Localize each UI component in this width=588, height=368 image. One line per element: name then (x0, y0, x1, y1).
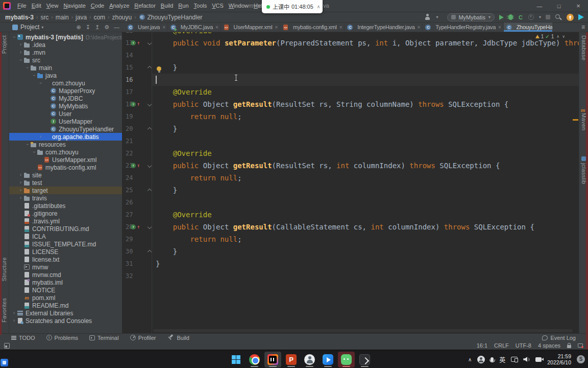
run-play-icon[interactable] (499, 15, 504, 20)
status-utf-8[interactable]: UTF-8 (516, 342, 531, 349)
code-line-30[interactable]: 30 } (122, 245, 579, 258)
status-4-spaces[interactable]: 4 spaces (538, 342, 560, 349)
taskbar-app-player[interactable] (320, 352, 336, 367)
tree-collapsed-arrow-icon[interactable]: › (18, 187, 23, 194)
prev-issue-icon[interactable]: ∧ (556, 34, 559, 39)
tab-usermapper-xml[interactable]: UserMapper.xml× (221, 22, 280, 32)
close-tab-icon[interactable]: × (215, 25, 218, 30)
learn-plugin-icon[interactable] (578, 14, 584, 20)
stop-icon[interactable] (546, 15, 550, 19)
menu-vcs[interactable]: VCS (209, 0, 226, 12)
tree-collapsed-arrow-icon[interactable]: › (18, 171, 23, 179)
taskbar-app-chrome[interactable] (246, 352, 263, 367)
taskbar-clock[interactable]: 21:59 2022/6/10 (547, 353, 571, 365)
menu-window[interactable]: Window (226, 0, 251, 12)
override-marker-icon[interactable] (131, 224, 136, 229)
horizontal-scrollbar[interactable] (153, 329, 573, 332)
taskbar-app-meeting[interactable] (301, 352, 318, 367)
tree-item-zhouyutypehandler[interactable]: ZhouyuTypeHandler (9, 125, 122, 133)
tree-item-mybatis-3-mybatis[interactable]: ›mybatis-3 [mybatis]D:\IdeaProjects\myba… (9, 33, 122, 41)
inspection-widget[interactable]: 1 ✓ 1 ∧ ∨ (534, 34, 567, 39)
locate-icon[interactable]: ⊕ (76, 24, 81, 31)
code-line-18[interactable]: 18 public Object getResult(ResultSet rs,… (122, 98, 579, 110)
code-line-29[interactable]: 29 return null; (122, 233, 579, 245)
breadcrumb-item-src[interactable]: src (40, 14, 48, 21)
tree-item-main[interactable]: ›main (9, 64, 122, 72)
tree-item-resources[interactable]: ›resources (9, 141, 122, 148)
ide-update-icon[interactable] (567, 14, 574, 21)
menu-view[interactable]: View (44, 0, 61, 12)
tool-stripe-favorites[interactable]: Favorites (1, 298, 7, 323)
recorder-collapse-icon[interactable]: ∧ (317, 4, 321, 9)
fold-marker-icon[interactable] (148, 41, 152, 45)
code-line-25[interactable]: 25 } (122, 184, 579, 196)
tree-collapsed-arrow-icon[interactable]: › (18, 179, 23, 187)
tree-item-pom-xml[interactable]: pom.xml (9, 294, 122, 302)
notification-icon[interactable] (578, 343, 583, 348)
menu-run[interactable]: Run (176, 0, 191, 12)
tree-item-src[interactable]: ›src (9, 56, 122, 64)
tree-item-scratches-and-consoles[interactable]: ›Scratches and Consoles (9, 317, 122, 325)
tree-item-mvnw[interactable]: mvnw (9, 263, 122, 271)
user-avatar-icon[interactable] (424, 14, 431, 20)
code-line-31[interactable]: 31} (122, 258, 579, 270)
camera-icon[interactable] (535, 357, 542, 362)
tab-zhouyutypehandler-java[interactable]: ZhouyuTypeHandler.java× (504, 22, 552, 32)
menu-analyze[interactable]: Analyze (107, 0, 132, 12)
status-crlf[interactable]: CRLF (494, 342, 509, 349)
menu-refactor[interactable]: Refactor (132, 0, 158, 12)
code-line-16[interactable]: 16 (122, 74, 579, 86)
intention-bulb-icon[interactable] (157, 66, 161, 71)
tree-item-icla[interactable]: ICLA (9, 233, 122, 240)
tree-item-notice[interactable]: NOTICE (9, 286, 122, 294)
tree-item-target[interactable]: ›target (9, 187, 122, 194)
tab-mybatis-config-xml[interactable]: mybatis-config.xml× (280, 22, 345, 32)
tab-typehandlerregistry-java[interactable]: TypeHandlerRegistry.java× (423, 22, 503, 32)
breadcrumb-item-mybatis-3[interactable]: mybatis-3 (5, 14, 34, 21)
tab-user-java[interactable]: User.java× (125, 22, 168, 32)
project-panel-title[interactable]: Project (20, 24, 39, 31)
run-configuration-select[interactable]: MyMybatis▾ (447, 13, 495, 21)
ime-language-indicator[interactable]: 英 (499, 355, 505, 364)
next-issue-icon[interactable]: ∨ (562, 34, 565, 39)
override-marker-icon[interactable] (131, 163, 136, 168)
chevron-down-icon[interactable]: ▾ (41, 25, 43, 30)
code-line-15[interactable]: 15 } (122, 61, 579, 74)
fold-marker-icon[interactable] (148, 225, 152, 229)
menu-navigate[interactable]: Navigate (61, 0, 88, 12)
close-button[interactable]: × (569, 0, 588, 12)
tool-stripe-structure[interactable]: Structure (1, 257, 7, 281)
fold-marker-icon[interactable] (148, 250, 152, 254)
tree-item-myjdbc[interactable]: MyJDBC (9, 95, 122, 102)
menu-tools[interactable]: Tools (191, 0, 210, 12)
breadcrumb-item-zhouyutypehandler[interactable]: ZhouyuTypeHandler (148, 14, 203, 21)
tree-item-org-apache-ibatis[interactable]: ›org.apache.ibatis (9, 133, 122, 141)
code-line-28[interactable]: 28 public Object getResult(CallableState… (122, 221, 579, 233)
debug-bug-icon[interactable] (508, 14, 513, 20)
tree-item-mapperproxy[interactable]: MapperProxy (9, 87, 122, 95)
override-marker-icon[interactable] (131, 40, 136, 45)
close-tab-icon[interactable]: × (498, 25, 501, 30)
tree-collapsed-arrow-icon[interactable]: › (18, 194, 23, 202)
coverage-icon[interactable] (518, 14, 524, 20)
code-line-27[interactable]: 27 @Override (122, 209, 579, 221)
code-line-14[interactable]: 14 (122, 49, 579, 61)
fold-marker-icon[interactable] (148, 66, 152, 70)
event-log-button[interactable]: Event Log (542, 335, 576, 341)
tray-expand-chevron-icon[interactable]: ∧ (468, 357, 472, 362)
tree-collapsed-arrow-icon[interactable]: › (38, 133, 43, 141)
tool-stripe-project[interactable]: Project (1, 35, 7, 54)
code-line-13[interactable]: 13 public void setParameter(PreparedStat… (122, 37, 579, 49)
code-line-23[interactable]: 23 public Object getResult(ResultSet rs,… (122, 159, 579, 172)
code-line-21[interactable]: 21 (122, 135, 579, 147)
tree-item-user[interactable]: User (9, 110, 122, 118)
ime-badge-icon[interactable]: S (577, 355, 585, 363)
tool-window-switcher-icon[interactable] (4, 343, 10, 349)
tree-item-travis-yml[interactable]: .travis.yml (9, 217, 122, 225)
code-line-17[interactable]: 17 @Override (122, 86, 579, 98)
menu-build[interactable]: Build (158, 0, 176, 12)
tree-item-mybatis-config-xml[interactable]: mybatis-config.xml (9, 164, 122, 171)
status-16-1[interactable]: 16:1 (477, 342, 487, 349)
override-marker-icon[interactable] (131, 102, 136, 107)
tab-list-menu-icon[interactable]: ≡ (581, 24, 585, 31)
